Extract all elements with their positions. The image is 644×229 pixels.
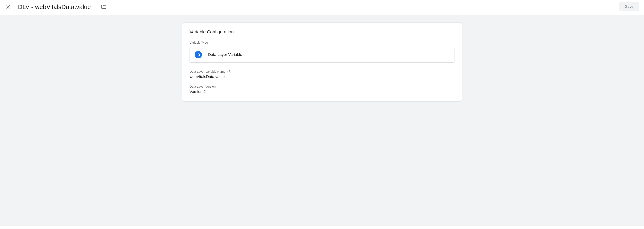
folder-icon [101, 5, 106, 9]
data-layer-variable-icon [195, 51, 202, 58]
close-button[interactable] [4, 3, 12, 11]
dlv-version-field: Data Layer Version Version 2 [190, 85, 454, 94]
title-underline [18, 10, 90, 10]
dlv-name-field: Data Layer Variable Name ? webVitalsData… [190, 70, 454, 79]
variable-configuration-card: Variable Configuration Variable Type Dat… [182, 23, 462, 102]
variable-type-selector[interactable]: Data Layer Variable [190, 47, 454, 63]
dlv-version-label: Data Layer Version [190, 85, 216, 88]
editor-header: Save [0, 0, 644, 15]
dlv-version-value: Version 2 [190, 89, 454, 94]
card-title: Variable Configuration [190, 29, 454, 35]
help-icon[interactable]: ? [228, 70, 231, 73]
folder-button[interactable] [100, 3, 108, 11]
title-wrap [18, 3, 108, 11]
close-icon [6, 4, 11, 10]
dlv-name-value: webVitalsData.value [190, 75, 454, 79]
header-left [4, 3, 108, 11]
variable-type-name: Data Layer Variable [208, 52, 242, 57]
dlv-name-label: Data Layer Variable Name [190, 70, 226, 73]
save-button[interactable]: Save [619, 2, 639, 11]
variable-type-label: Variable Type [190, 41, 454, 44]
editor-body: Variable Configuration Variable Type Dat… [0, 15, 644, 226]
